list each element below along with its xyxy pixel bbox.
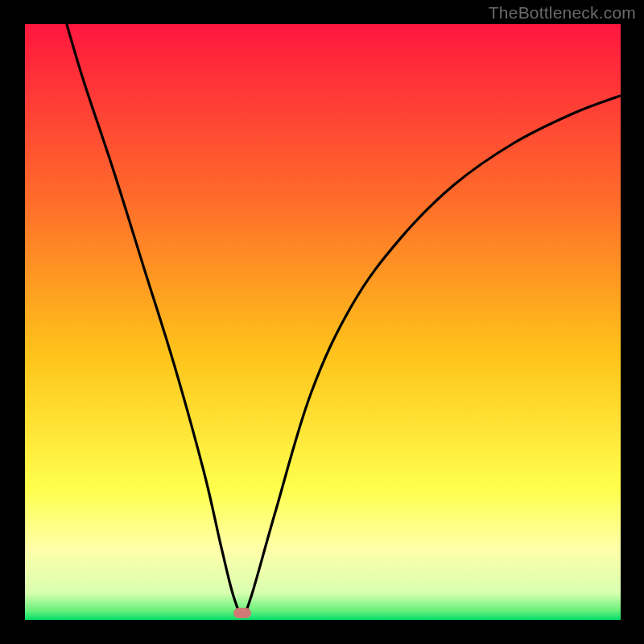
curve-layer <box>25 24 621 620</box>
optimal-point-marker <box>233 608 251 618</box>
bottleneck-curve <box>67 24 621 614</box>
chart-frame: TheBottleneck.com <box>0 0 644 644</box>
watermark-text: TheBottleneck.com <box>489 3 636 23</box>
